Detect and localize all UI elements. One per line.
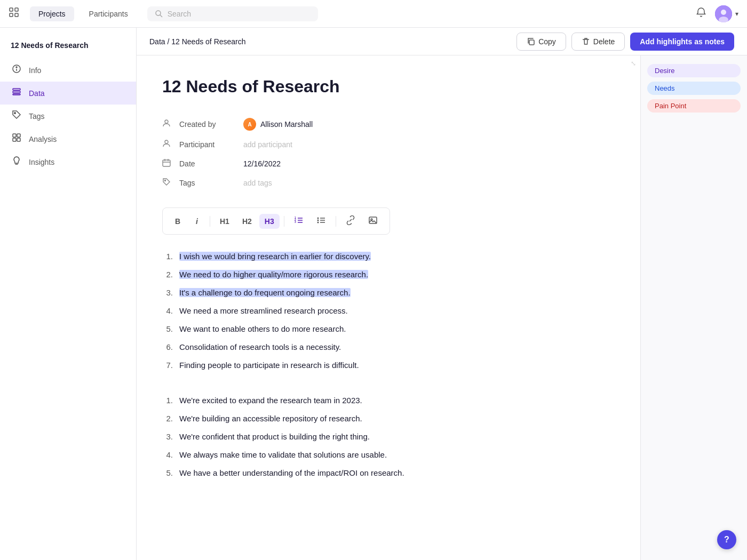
sidebar-item-insights-label: Insights — [29, 158, 54, 166]
h2-button[interactable]: H2 — [237, 214, 257, 229]
meta-row-tags: Tags add tags — [162, 173, 615, 193]
avatar[interactable] — [715, 5, 732, 22]
svg-rect-16 — [13, 134, 16, 137]
list-item: 7.Finding people to participate in resea… — [162, 356, 615, 374]
nav-chevron-icon[interactable]: ▾ — [735, 10, 738, 18]
list-number: 4. — [162, 449, 173, 461]
svg-point-39 — [317, 220, 319, 221]
grid-icon[interactable] — [9, 7, 19, 20]
tag-pain[interactable]: Pain Point — [647, 99, 741, 113]
created-by-icon — [162, 119, 179, 130]
list-number: 3. — [162, 430, 173, 443]
meta-row-date: Date 12/16/2022 — [162, 154, 615, 173]
sidebar-item-tags[interactable]: Tags — [0, 105, 136, 127]
list-number: 3. — [162, 286, 173, 299]
copy-button[interactable]: Copy — [516, 33, 566, 51]
list-text: We're confident that product is building… — [179, 430, 615, 443]
list-item: 3.It's a challenge to do frequent ongoin… — [162, 284, 615, 302]
tags-label: Tags — [179, 179, 243, 187]
insights-icon — [11, 156, 22, 168]
svg-point-22 — [165, 120, 168, 123]
delete-button[interactable]: Delete — [571, 33, 625, 51]
delete-label: Delete — [593, 37, 615, 46]
link-button[interactable] — [340, 212, 361, 230]
svg-rect-17 — [17, 134, 20, 137]
list-number: 2. — [162, 412, 173, 425]
top-nav: Projects Participants Search ▾ — [0, 0, 747, 28]
created-by-label: Created by — [179, 120, 243, 129]
list-number: 1. — [162, 394, 173, 407]
nav-tab-participants[interactable]: Participants — [81, 6, 137, 21]
main-content: Data / 12 Needs of Research Copy Delete — [137, 28, 747, 560]
h3-button[interactable]: H3 — [259, 214, 280, 229]
bell-icon[interactable] — [696, 7, 706, 20]
svg-rect-14 — [13, 94, 20, 95]
participant-value[interactable]: add participant — [243, 140, 292, 149]
info-icon — [11, 64, 22, 76]
sidebar: 12 Needs of Research Info Data — [0, 28, 137, 560]
list-number: 1. — [162, 250, 173, 263]
list-text: We need a more streamlined research proc… — [179, 305, 615, 317]
user-menu[interactable]: ▾ — [715, 5, 738, 22]
list-text: We need to do higher quality/more rigoro… — [179, 268, 615, 281]
meta-table: Created by A Allison Marshall — [162, 114, 615, 193]
participant-label: Participant — [179, 140, 243, 149]
unordered-list-button[interactable] — [311, 212, 331, 230]
tags-value[interactable]: add tags — [243, 179, 272, 187]
document-list-1: 1.I wish we would bring research in earl… — [162, 247, 615, 374]
sidebar-item-data[interactable]: Data — [0, 82, 136, 105]
document-title: 12 Needs of Research — [162, 77, 615, 97]
meta-row-created-by: Created by A Allison Marshall — [162, 114, 615, 135]
copy-icon — [527, 37, 535, 46]
ordered-list-button[interactable]: 1 2 3 — [289, 212, 309, 230]
list-item: 1.We're excited to expand the research t… — [162, 391, 615, 410]
help-button[interactable]: ? — [717, 530, 736, 549]
svg-point-28 — [165, 180, 166, 181]
nav-right: ▾ — [696, 5, 738, 22]
created-by-value: A Allison Marshall — [243, 118, 313, 131]
svg-point-7 — [721, 10, 726, 15]
link-icon — [346, 215, 355, 225]
editor-area[interactable]: ⤡ 12 Needs of Research Created by — [137, 55, 640, 560]
list-item: 2.We need to do higher quality/more rigo… — [162, 266, 615, 284]
sidebar-item-insights[interactable]: Insights — [0, 150, 136, 173]
breadcrumb-prefix: Data / — [149, 37, 171, 46]
h1-button[interactable]: H1 — [214, 214, 235, 229]
add-highlights-button[interactable]: Add highlights as notes — [630, 33, 734, 51]
sidebar-item-info[interactable]: Info — [0, 59, 136, 82]
toolbar-separator-3 — [336, 216, 336, 227]
tag-desire[interactable]: Desire — [647, 64, 741, 77]
list-item: 2.We're building an accessible repositor… — [162, 410, 615, 428]
list-number: 4. — [162, 305, 173, 317]
copy-label: Copy — [538, 37, 556, 46]
sidebar-item-info-label: Info — [29, 66, 41, 75]
search-icon — [155, 10, 163, 18]
list-item: 5.We have a better understanding of the … — [162, 464, 615, 482]
sidebar-item-analysis[interactable]: Analysis — [0, 127, 136, 150]
sidebar-item-tags-label: Tags — [29, 112, 45, 121]
nav-tab-projects[interactable]: Projects — [30, 6, 74, 21]
italic-button[interactable]: i — [188, 214, 205, 229]
search-bar[interactable]: Search — [147, 6, 318, 21]
svg-point-40 — [317, 222, 319, 223]
meta-row-participant: Participant add participant — [162, 135, 615, 154]
toolbar-separator-1 — [210, 216, 210, 227]
resize-handle[interactable]: ⤡ — [631, 60, 636, 67]
sidebar-item-data-label: Data — [29, 89, 45, 98]
bold-button[interactable]: B — [169, 214, 186, 229]
layout: 12 Needs of Research Info Data — [0, 0, 747, 560]
tags-icon — [162, 178, 179, 188]
date-value: 12/16/2022 — [243, 159, 281, 168]
list-text: We're building an accessible repository … — [179, 412, 615, 425]
tag-needs[interactable]: Needs — [647, 82, 741, 95]
toolbar-separator-2 — [284, 216, 284, 227]
date-icon — [162, 158, 179, 169]
list-text: Finding people to participate in researc… — [179, 359, 615, 372]
list-number: 2. — [162, 268, 173, 281]
svg-rect-3 — [15, 13, 18, 17]
list-item: 4.We always make time to validate that s… — [162, 446, 615, 464]
list-item: 3.We're confident that product is buildi… — [162, 428, 615, 446]
content-wrapper: ⤡ 12 Needs of Research Created by — [137, 55, 747, 560]
search-placeholder: Search — [168, 10, 191, 18]
image-button[interactable] — [363, 212, 383, 230]
